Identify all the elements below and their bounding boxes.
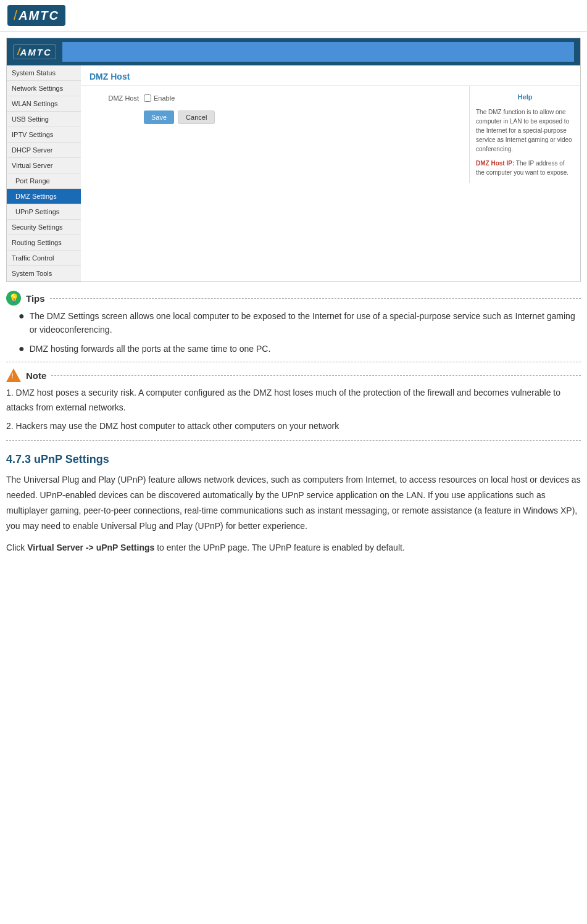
- dmz-host-label: DMZ Host: [90, 94, 139, 102]
- help-highlight-label: DMZ Host IP:: [476, 160, 514, 167]
- router-logo-text: AMTC: [20, 47, 51, 57]
- sidebar: System Status Network Settings WLAN Sett…: [7, 65, 81, 281]
- click-label-bold: Virtual Server -> uPnP Settings: [27, 543, 154, 552]
- bullet-text-1: The DMZ Settings screen allows one local…: [30, 309, 581, 337]
- top-logo-bar: / AMTC: [0, 0, 587, 31]
- note-text-1: 1. DMZ host poses a security risk. A com…: [6, 386, 581, 415]
- help-panel: Help The DMZ function is to allow one co…: [469, 86, 580, 183]
- bullet-text-2: DMZ hosting forwards all the ports at th…: [30, 342, 271, 356]
- note-text-2: 2. Hackers may use the DMZ host computer…: [6, 419, 581, 434]
- save-button[interactable]: Save: [144, 110, 174, 124]
- sidebar-item-system-tools[interactable]: System Tools: [7, 266, 81, 281]
- sidebar-item-security-settings[interactable]: Security Settings: [7, 220, 81, 235]
- tips-icon: 💡: [6, 291, 21, 306]
- cancel-button[interactable]: Cancel: [178, 110, 215, 124]
- note-divider-line: [51, 375, 581, 376]
- btn-row: Save Cancel: [90, 110, 460, 124]
- sidebar-item-upnp-settings[interactable]: UPnP Settings: [7, 204, 81, 220]
- panel-body: DMZ Host Enable Save Cancel Help The DMZ…: [81, 86, 580, 183]
- note-section: Note 1. DMZ host poses a security risk. …: [6, 368, 581, 440]
- note-header: Note: [6, 368, 581, 382]
- enable-checkbox[interactable]: [144, 94, 151, 102]
- tips-section: 💡 Tips ● The DMZ Settings screen allows …: [6, 291, 581, 362]
- form-row-dmz-host: DMZ Host Enable: [90, 94, 460, 102]
- help-body: The DMZ function is to allow one compute…: [476, 107, 574, 154]
- router-header-right: [62, 42, 574, 62]
- sidebar-item-traffic-control[interactable]: Traffic Control: [7, 251, 81, 266]
- sidebar-item-iptv-settings[interactable]: IPTV Settings: [7, 127, 81, 143]
- router-header: / AMTC: [7, 38, 580, 65]
- sidebar-item-wlan-settings[interactable]: WLAN Settings: [7, 96, 81, 112]
- section-para-2: Click Virtual Server -> uPnP Settings to…: [6, 540, 581, 556]
- logo-box: / AMTC: [7, 5, 65, 26]
- section-para-1-text: The Universal Plug and Play (UPnP) featu…: [6, 475, 581, 531]
- sidebar-item-port-range[interactable]: Port Range: [7, 173, 81, 189]
- top-logo: / AMTC: [7, 5, 580, 26]
- main-content: DMZ Host DMZ Host Enable Save Cancel: [81, 65, 580, 281]
- tips-bullets: ● The DMZ Settings screen allows one loc…: [19, 309, 581, 356]
- sidebar-item-system-status[interactable]: System Status: [7, 65, 81, 81]
- logo-slash-icon: /: [14, 7, 17, 23]
- sidebar-item-network-settings[interactable]: Network Settings: [7, 81, 81, 96]
- sidebar-item-dmz-settings[interactable]: DMZ Settings: [7, 189, 81, 204]
- logo-text: AMTC: [19, 9, 59, 23]
- enable-checkbox-label[interactable]: Enable: [144, 94, 175, 102]
- enable-label-text: Enable: [154, 94, 175, 102]
- note-label: Note: [26, 370, 46, 381]
- sidebar-item-dhcp-server[interactable]: DHCP Server: [7, 143, 81, 158]
- sidebar-item-usb-setting[interactable]: USB Setting: [7, 112, 81, 127]
- router-logo-box: / AMTC: [13, 44, 56, 59]
- section-473: 4.7.3 uPnP Settings The Universal Plug a…: [0, 453, 587, 556]
- section-heading-473: 4.7.3 uPnP Settings: [6, 453, 581, 466]
- bullet-dot-2: ●: [19, 342, 25, 356]
- bullet-dot-1: ●: [19, 309, 25, 323]
- note-bottom-divider: [6, 440, 581, 441]
- router-body: System Status Network Settings WLAN Sett…: [7, 65, 580, 281]
- tips-bottom-divider: [6, 362, 581, 362]
- panel-form: DMZ Host Enable Save Cancel: [81, 86, 469, 183]
- sidebar-item-virtual-server[interactable]: Virtual Server: [7, 158, 81, 173]
- tips-bullet-item-2: ● DMZ hosting forwards all the ports at …: [19, 342, 581, 356]
- tips-divider-line: [50, 298, 581, 299]
- router-ui: / AMTC System Status Network Settings WL…: [6, 38, 581, 282]
- help-title: Help: [476, 92, 574, 102]
- tips-label: Tips: [26, 293, 45, 304]
- tips-header: 💡 Tips: [6, 291, 581, 306]
- warning-triangle-icon: [6, 368, 21, 382]
- help-highlight: DMZ Host IP: The IP address of the compu…: [476, 159, 574, 177]
- sidebar-item-routing-settings[interactable]: Routing Settings: [7, 235, 81, 251]
- tips-bullet-item-1: ● The DMZ Settings screen allows one loc…: [19, 309, 581, 337]
- section-para-1: The Universal Plug and Play (UPnP) featu…: [6, 472, 581, 535]
- panel-title: DMZ Host: [81, 65, 580, 86]
